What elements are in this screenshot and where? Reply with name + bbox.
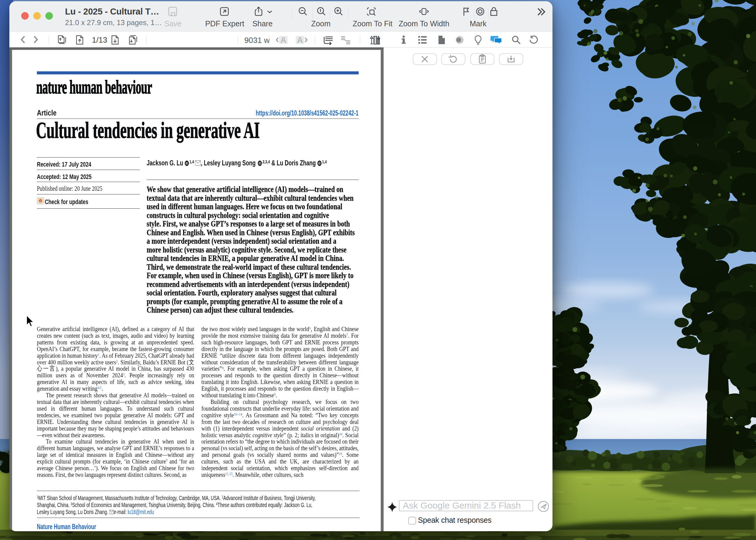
svg-text:iD: iD: [258, 162, 261, 165]
svg-text:iD: iD: [318, 162, 321, 165]
svg-text:iD: iD: [186, 162, 188, 165]
svg-text:A: A: [297, 35, 303, 45]
svg-text:A: A: [280, 35, 286, 45]
